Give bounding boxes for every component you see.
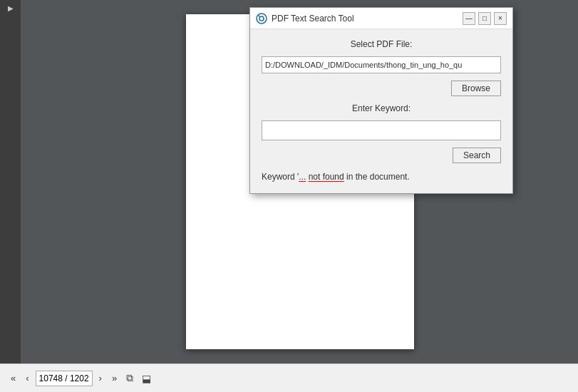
first-page-button[interactable]: « bbox=[7, 371, 19, 386]
dialog-title-left: PDF Text Search Tool bbox=[256, 13, 354, 24]
pdf-toolbar: « ‹ › » ⧉ ⬓ bbox=[0, 363, 578, 392]
result-not-found: not found bbox=[309, 172, 344, 182]
keyword-input[interactable] bbox=[262, 120, 501, 140]
last-page-button[interactable]: » bbox=[108, 371, 120, 386]
dialog-minimize-button[interactable]: — bbox=[463, 12, 475, 25]
dialog-close-button[interactable]: × bbox=[494, 12, 507, 25]
dialog-window-controls: — □ × bbox=[463, 12, 507, 25]
dialog-maximize-button[interactable]: □ bbox=[478, 12, 491, 25]
dialog-titlebar: PDF Text Search Tool — □ × bbox=[250, 8, 512, 29]
next-page-button[interactable]: › bbox=[96, 371, 105, 386]
svg-line-2 bbox=[258, 15, 260, 17]
result-prefix: Keyword ' bbox=[262, 172, 299, 182]
prev-page-button[interactable]: ‹ bbox=[22, 371, 32, 386]
browse-button[interactable]: Browse bbox=[451, 81, 501, 96]
sidebar-toggle-icon[interactable]: ▶ bbox=[8, 4, 14, 12]
pdf-sidebar: ▶ bbox=[0, 0, 21, 363]
page-number-input[interactable] bbox=[36, 371, 93, 386]
search-row: Search bbox=[262, 148, 501, 163]
pdf-search-dialog: PDF Text Search Tool — □ × Select PDF Fi… bbox=[249, 7, 513, 194]
result-suffix: in the document. bbox=[344, 172, 410, 182]
result-keyword: ... bbox=[299, 172, 306, 182]
dialog-body: Select PDF File: Browse Enter Keyword: S… bbox=[250, 29, 512, 193]
copy-icon-button[interactable]: ⧉ bbox=[123, 371, 136, 386]
page-input-container bbox=[36, 371, 93, 386]
file-path-input[interactable] bbox=[262, 56, 501, 73]
paste-icon-button[interactable]: ⬓ bbox=[139, 371, 154, 386]
search-button[interactable]: Search bbox=[453, 148, 501, 163]
dialog-title-text: PDF Text Search Tool bbox=[272, 14, 354, 24]
keyword-label: Enter Keyword: bbox=[262, 103, 501, 113]
browse-row: Browse bbox=[262, 81, 501, 96]
select-file-label: Select PDF File: bbox=[262, 39, 501, 49]
search-result: Keyword '... not found in the document. bbox=[262, 170, 501, 183]
svg-point-1 bbox=[259, 16, 264, 21]
dialog-app-icon bbox=[256, 13, 267, 24]
